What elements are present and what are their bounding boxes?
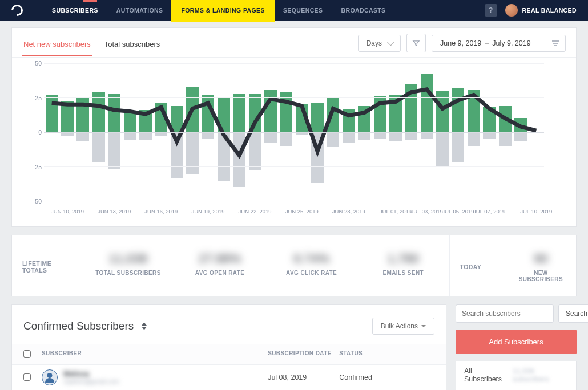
search-input[interactable] — [456, 304, 554, 323]
account-name: REAL BALANCED — [522, 7, 577, 14]
bulk-actions-select[interactable]: Bulk Actions — [372, 318, 434, 335]
x-tick: JUL 05, 2019 — [442, 208, 474, 214]
sort-icon[interactable] — [142, 323, 147, 330]
y-tick: -50 — [33, 198, 42, 205]
y-tick: -25 — [33, 164, 42, 170]
x-tick: JUN 10, 2019 — [51, 208, 84, 214]
help-button[interactable]: ? — [485, 4, 497, 17]
total-avg-click-rate: 6.74%AVG CLICK RATE — [265, 235, 357, 296]
th-date: SUBSCRIPTION DATE — [268, 350, 339, 359]
subscription-status: Confirmed — [339, 373, 434, 381]
y-tick: 25 — [35, 95, 42, 101]
th-subscriber: SUBSCRIBER — [42, 350, 268, 359]
y-tick: 0 — [38, 129, 42, 136]
all-subscribers-link[interactable]: All Subscribers 11,038 subscribers — [456, 361, 576, 389]
date-from: June 9, 2019 — [440, 39, 481, 47]
chart-tabs: Net new subscribersTotal subscribers Day… — [12, 28, 576, 58]
accent-bar — [83, 0, 97, 2]
subscriber-avatar — [42, 369, 58, 385]
account-menu[interactable]: REAL BALANCED — [505, 4, 577, 17]
total-avg-open-rate: 27.88%AVG OPEN RATE — [174, 235, 266, 296]
sidebar-lists: All Subscribers 11,038 subscribers Segme… — [456, 361, 577, 390]
totals-strip: LIFETIME TOTALS 11,038TOTAL SUBSCRIBERS2… — [11, 235, 577, 296]
x-tick: JUL 10, 2019 — [520, 208, 552, 214]
subscriber-email: mjather@gmail.com — [63, 378, 119, 385]
select-all-checkbox[interactable] — [23, 350, 31, 358]
subscriber-name: Melissa — [63, 370, 119, 378]
subscribers-chart: -50-2502550 JUN 10, 2019JUN 13, 2019JUN … — [44, 63, 544, 217]
add-subscribers-button[interactable]: Add Subscribers — [456, 330, 577, 354]
tab-total-subscribers[interactable]: Total subscribers — [103, 35, 162, 55]
table-title: Confirmed Subscribers — [23, 320, 147, 332]
table-header-row: SUBSCRIBER SUBSCRIPTION DATE STATUS — [12, 344, 446, 365]
avatar — [505, 4, 518, 17]
subscription-date: Jul 08, 2019 — [268, 373, 339, 381]
x-tick: JUN 25, 2019 — [285, 208, 319, 214]
filter-button[interactable] — [406, 34, 426, 52]
y-tick: 50 — [35, 60, 42, 67]
main-nav: SUBSCRIBERSAUTOMATIONSFORMS & LANDING PA… — [43, 0, 395, 21]
nav-sequences[interactable]: SEQUENCES — [274, 0, 332, 21]
x-tick: JUN 22, 2019 — [239, 208, 272, 214]
granularity-select[interactable]: Days — [358, 35, 401, 52]
today-label: TODAY — [450, 235, 506, 296]
th-status: STATUS — [339, 350, 434, 359]
tab-net-new-subscribers[interactable]: Net new subscribers — [22, 35, 92, 56]
x-tick: JUL 03, 2019 — [411, 208, 443, 214]
search-button[interactable]: Search — [558, 304, 588, 323]
lifetime-label: LIFETIME TOTALS — [12, 235, 82, 296]
x-tick: JUN 13, 2019 — [98, 208, 131, 214]
nav-automations[interactable]: AUTOMATIONS — [107, 0, 172, 21]
x-tick: JUN 28, 2019 — [332, 208, 365, 214]
nav-subscribers[interactable]: SUBSCRIBERS — [43, 0, 107, 21]
nav-forms-landing-pages[interactable]: FORMS & LANDING PAGES — [172, 0, 273, 21]
x-tick: JUL 07, 2019 — [473, 208, 505, 214]
subscribers-table: Confirmed Subscribers Bulk Actions SUBSC… — [11, 304, 446, 390]
app-logo[interactable] — [9, 2, 25, 18]
table-row[interactable]: Melissamjather@gmail.comJul 08, 2019Conf… — [12, 365, 446, 390]
nav-broadcasts[interactable]: BROADCASTS — [332, 0, 394, 21]
date-dash: – — [485, 39, 489, 47]
sidebar: Search Add Subscribers All Subscribers 1… — [456, 304, 577, 390]
row-checkbox[interactable] — [23, 373, 31, 381]
x-tick: JUN 16, 2019 — [144, 208, 178, 214]
total-total-subscribers: 11,038TOTAL SUBSCRIBERS — [82, 235, 174, 296]
x-tick: JUN 19, 2019 — [191, 208, 224, 214]
date-to: July 9, 2019 — [492, 39, 530, 47]
total-emails-sent: 1,780EMAILS SENT — [357, 235, 449, 296]
sort-icon — [551, 40, 559, 47]
filter-icon — [412, 39, 420, 47]
today-value: 90 NEW SUBSCRIBERS — [506, 235, 576, 296]
topbar: SUBSCRIBERSAUTOMATIONSFORMS & LANDING PA… — [0, 0, 588, 21]
x-tick: JUL 01, 2019 — [380, 208, 412, 214]
date-range-picker[interactable]: June 9, 2019 – July 9, 2019 — [432, 35, 566, 52]
chart-panel: Net new subscribersTotal subscribers Day… — [11, 27, 577, 227]
